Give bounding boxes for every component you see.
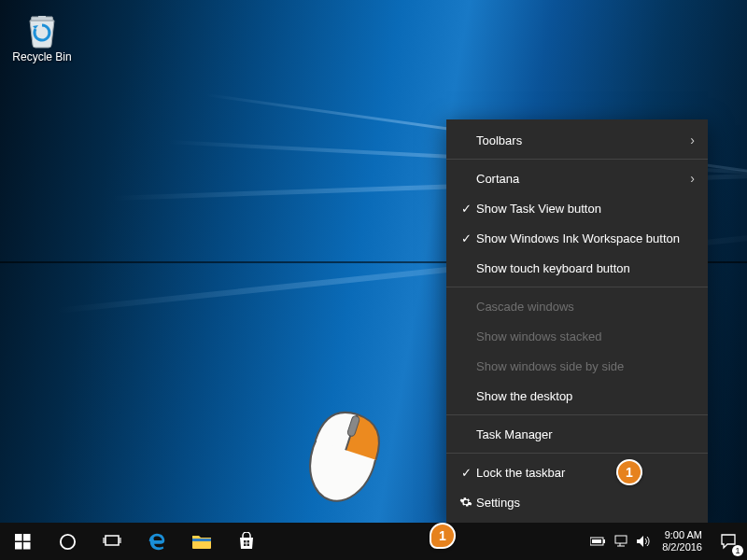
store-icon: [237, 532, 256, 551]
menu-item-windows-stacked: Show windows stacked: [446, 321, 708, 351]
gear-icon: [456, 496, 476, 509]
menu-item-toolbars[interactable]: Toolbars ›: [446, 125, 708, 155]
action-center-button[interactable]: 1: [710, 523, 747, 560]
menu-label: Show windows side by side: [476, 359, 695, 373]
menu-item-show-desktop[interactable]: Show the desktop: [446, 381, 708, 411]
svg-point-7: [60, 534, 74, 548]
cortana-button[interactable]: [45, 523, 90, 560]
svg-rect-11: [192, 539, 211, 541]
check-icon: ✓: [456, 466, 476, 480]
menu-label: Show Task View button: [476, 202, 695, 216]
menu-label: Toolbars: [476, 133, 690, 147]
annotation-badge: 1: [616, 459, 642, 485]
edge-button[interactable]: [134, 523, 179, 560]
cortana-circle-icon: [59, 533, 77, 551]
menu-item-show-ink[interactable]: ✓ Show Windows Ink Workspace button: [446, 223, 708, 253]
svg-rect-13: [247, 540, 250, 543]
svg-rect-12: [244, 540, 247, 543]
start-button[interactable]: [0, 523, 45, 560]
chevron-right-icon: ›: [690, 133, 695, 147]
folder-icon: [191, 533, 212, 550]
svg-rect-15: [247, 544, 250, 547]
svg-rect-18: [592, 539, 601, 543]
svg-rect-10: [119, 538, 121, 543]
menu-label: Show the desktop: [476, 389, 695, 403]
file-explorer-button[interactable]: [179, 523, 224, 560]
tray-volume-icon[interactable]: [632, 523, 655, 560]
menu-separator: [446, 287, 708, 287]
annotation-badge: 1: [430, 523, 456, 549]
svg-rect-17: [603, 539, 605, 543]
menu-item-show-task-view[interactable]: ✓ Show Task View button: [446, 193, 708, 223]
menu-separator: [446, 453, 708, 454]
menu-item-settings[interactable]: Settings: [446, 487, 708, 517]
menu-item-cortana[interactable]: Cortana ›: [446, 163, 708, 193]
menu-item-windows-side-by-side: Show windows side by side: [446, 351, 708, 381]
menu-label: Cortana: [476, 172, 690, 186]
svg-rect-3: [15, 534, 22, 541]
menu-label: Lock the taskbar: [476, 466, 695, 480]
recycle-bin-label: Recycle Bin: [7, 50, 77, 63]
system-tray: 9:00 AM 8/2/2016 1: [587, 523, 747, 560]
taskbar-context-menu: Toolbars › Cortana › ✓ Show Task View bu…: [446, 119, 708, 523]
taskbar[interactable]: 9:00 AM 8/2/2016 1: [0, 523, 747, 560]
clock-date: 8/2/2016: [662, 541, 702, 553]
menu-label: Settings: [476, 496, 695, 510]
tray-battery-icon[interactable]: [587, 523, 610, 560]
svg-rect-6: [23, 542, 31, 550]
menu-item-show-touch-keyboard[interactable]: Show touch keyboard button: [446, 253, 708, 283]
clock-time: 9:00 AM: [662, 529, 702, 541]
recycle-bin-glyph: [22, 9, 62, 49]
check-icon: ✓: [456, 231, 476, 245]
task-view-icon: [103, 534, 121, 549]
menu-separator: [446, 159, 708, 160]
check-icon: ✓: [456, 202, 476, 216]
svg-rect-9: [103, 538, 106, 543]
menu-label: Task Manager: [476, 427, 695, 441]
menu-item-cascade-windows: Cascade windows: [446, 291, 708, 321]
svg-rect-8: [106, 536, 119, 545]
menu-label: Show touch keyboard button: [476, 261, 695, 275]
menu-item-lock-taskbar[interactable]: ✓ Lock the taskbar 1: [446, 457, 708, 487]
edge-icon: [147, 531, 167, 552]
task-view-button[interactable]: [90, 523, 134, 560]
recycle-bin-icon[interactable]: Recycle Bin: [7, 6, 77, 63]
svg-rect-14: [244, 544, 247, 547]
tray-network-icon[interactable]: [610, 523, 632, 560]
menu-label: Show windows stacked: [476, 329, 695, 343]
windows-logo-icon: [15, 534, 31, 550]
svg-rect-5: [15, 542, 22, 550]
menu-label: Show Windows Ink Workspace button: [476, 231, 695, 245]
store-button[interactable]: [224, 523, 269, 560]
menu-label: Cascade windows: [476, 300, 695, 314]
chevron-right-icon: ›: [690, 171, 695, 186]
svg-rect-4: [23, 534, 31, 541]
menu-separator: [446, 414, 708, 415]
notification-count-badge: 1: [732, 545, 743, 556]
svg-rect-19: [615, 536, 627, 543]
menu-item-task-manager[interactable]: Task Manager: [446, 419, 708, 449]
taskbar-clock[interactable]: 9:00 AM 8/2/2016: [655, 529, 710, 553]
mouse-graphic: [294, 395, 395, 513]
